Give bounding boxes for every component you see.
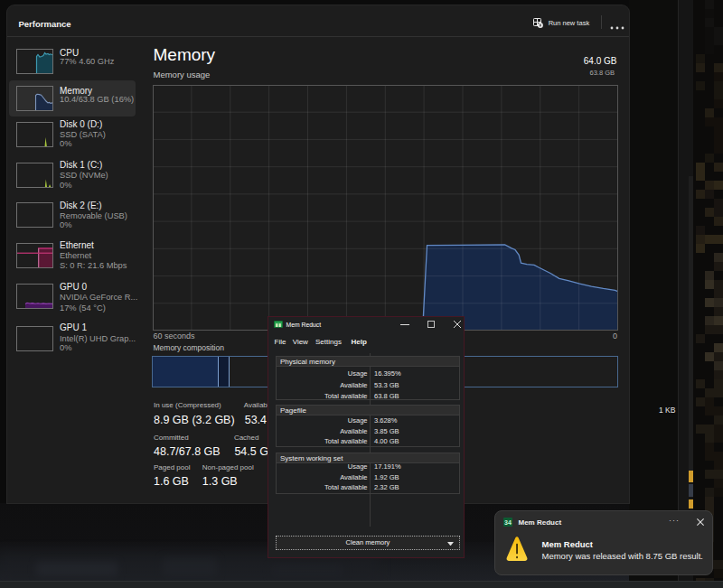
svg-text:34: 34 bbox=[504, 519, 512, 526]
